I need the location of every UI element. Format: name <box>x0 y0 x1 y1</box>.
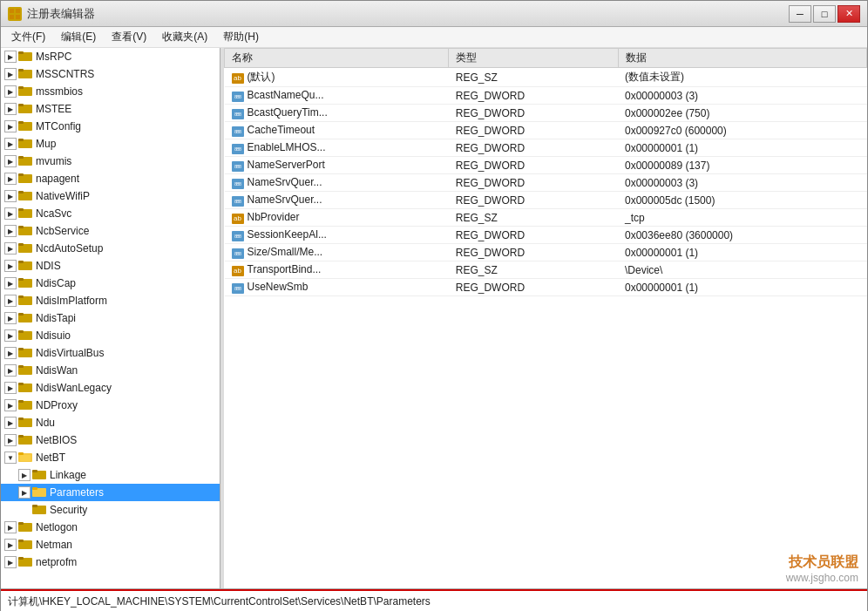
table-row[interactable]: 888CacheTimeoutREG_DWORD0x000927c0 (6000… <box>225 122 867 139</box>
table-row[interactable]: 888NameServerPortREG_DWORD0x00000089 (13… <box>225 157 867 174</box>
tree-item[interactable]: ▶ MSTEE <box>1 100 220 118</box>
tree-item[interactable]: ▶ NdisTapi <box>1 309 220 327</box>
expand-icon[interactable]: ▶ <box>4 521 17 533</box>
tree-item[interactable]: ▶ napagent <box>1 170 220 187</box>
registry-values[interactable]: 名称 类型 数据 ab(默认)REG_SZ(数值未设置)888BcastName… <box>224 48 867 588</box>
reg-dword-icon: 888 <box>232 126 244 137</box>
expand-icon[interactable]: ▶ <box>4 329 17 342</box>
tree-item-label: NdisImPlatform <box>36 295 107 307</box>
expand-icon[interactable]: ▶ <box>4 68 17 80</box>
menu-item[interactable]: 帮助(H) <box>216 28 266 46</box>
tree-item[interactable]: ▶ NdisCap <box>1 275 220 292</box>
value-name: 888CacheTimeout <box>225 122 449 139</box>
folder-icon <box>18 398 32 413</box>
expand-icon[interactable]: ▶ <box>4 312 17 324</box>
table-row[interactable]: 888NameSrvQuer...REG_DWORD0x00000003 (3) <box>225 174 867 192</box>
folder-icon <box>18 311 32 326</box>
expand-icon[interactable]: ▶ <box>4 173 17 185</box>
tree-item[interactable]: ▶ mssmbios <box>1 83 220 100</box>
tree-item[interactable]: ▶ MsRPC <box>1 48 220 65</box>
tree-item[interactable]: ▶ NDProxy <box>1 397 220 414</box>
expand-icon[interactable]: ▶ <box>4 138 17 150</box>
tree-item[interactable]: ▶ Netman <box>1 536 220 553</box>
minimize-button[interactable]: ─ <box>789 5 811 23</box>
tree-item[interactable]: ▶ NdisWanLegacy <box>1 379 220 397</box>
table-row[interactable]: abTransportBind...REG_SZ\Device\ <box>225 261 867 279</box>
expand-icon[interactable]: ▶ <box>4 382 17 394</box>
tree-item[interactable]: ▶ NcbService <box>1 222 220 240</box>
tree-item-label: Security <box>50 504 87 516</box>
tree-item[interactable]: ▶ Parameters <box>1 484 220 501</box>
expand-icon[interactable]: ▶ <box>4 190 17 202</box>
expand-icon[interactable]: ▶ <box>4 417 17 429</box>
expand-icon[interactable]: ▶ <box>4 207 17 220</box>
expand-icon[interactable]: ▶ <box>18 469 31 481</box>
menu-item[interactable]: 文件(F) <box>4 28 52 46</box>
tree-item[interactable]: ▶ NcaSvc <box>1 205 220 222</box>
table-row[interactable]: 888Size/Small/Me...REG_DWORD0x00000001 (… <box>225 244 867 261</box>
tree-item[interactable]: ▶ NDIS <box>1 257 220 275</box>
expand-icon[interactable]: ▶ <box>4 51 17 63</box>
expand-icon[interactable]: ▶ <box>4 347 17 359</box>
maximize-button[interactable]: □ <box>813 5 836 23</box>
values-table: 名称 类型 数据 ab(默认)REG_SZ(数值未设置)888BcastName… <box>224 48 867 296</box>
tree-item[interactable]: ▶ MSSCNTRS <box>1 65 220 83</box>
window-controls: ─ □ ✕ <box>789 5 860 23</box>
value-type: REG_DWORD <box>449 87 618 105</box>
tree-item[interactable]: ▶ Netlogon <box>1 519 220 536</box>
expand-icon[interactable]: ▶ <box>4 556 17 568</box>
svg-rect-3 <box>16 15 20 19</box>
expand-icon[interactable]: ▶ <box>4 103 17 115</box>
expand-icon[interactable]: ▶ <box>4 260 17 272</box>
menu-item[interactable]: 收藏夹(A) <box>155 28 214 46</box>
table-row[interactable]: 888EnableLMHOS...REG_DWORD0x00000001 (1) <box>225 139 867 157</box>
expand-icon[interactable]: ▶ <box>4 155 17 167</box>
tree-item[interactable]: ▼ NetBT <box>1 449 220 466</box>
tree-item[interactable]: ▶ Ndu <box>1 414 220 431</box>
close-button[interactable]: ✕ <box>837 5 860 23</box>
table-row[interactable]: 888UseNewSmbREG_DWORD0x00000001 (1) <box>225 279 867 296</box>
collapse-icon[interactable]: ▼ <box>4 451 17 464</box>
folder-icon <box>32 503 46 518</box>
table-row[interactable]: abNbProviderREG_SZ_tcp <box>225 209 867 227</box>
table-row[interactable]: 888BcastNameQu...REG_DWORD0x00000003 (3) <box>225 87 867 105</box>
menu-item[interactable]: 查看(V) <box>105 28 153 46</box>
tree-item[interactable]: Security <box>1 501 220 519</box>
svg-rect-65 <box>18 557 24 560</box>
expand-icon[interactable]: ▶ <box>4 364 17 377</box>
expand-icon[interactable]: ▶ <box>4 242 17 255</box>
table-row[interactable]: ab(默认)REG_SZ(数值未设置) <box>225 68 867 87</box>
menu-item[interactable]: 编辑(E) <box>54 28 103 46</box>
table-row[interactable]: 888NameSrvQuer...REG_DWORD0x000005dc (15… <box>225 192 867 209</box>
svg-rect-13 <box>18 121 24 124</box>
tree-item[interactable]: ▶ MTConfig <box>1 118 220 135</box>
value-type: REG_DWORD <box>449 174 618 192</box>
svg-rect-2 <box>10 15 14 19</box>
tree-item[interactable]: ▶ NdisImPlatform <box>1 292 220 309</box>
tree-item[interactable]: ▶ Mup <box>1 135 220 153</box>
expand-icon[interactable]: ▶ <box>4 399 17 411</box>
registry-tree[interactable]: ▶ MsRPC▶ MSSCNTRS▶ mssmbios▶ MSTEE▶ MTCo… <box>1 48 220 588</box>
expand-icon[interactable]: ▶ <box>4 295 17 307</box>
tree-item[interactable]: ▶ netprofm <box>1 553 220 571</box>
tree-item[interactable]: ▶ Linkage <box>1 466 220 484</box>
tree-item[interactable]: ▶ NdisWan <box>1 362 220 379</box>
tree-item[interactable]: ▶ Ndisuio <box>1 327 220 344</box>
tree-item[interactable]: ▶ NetBIOS <box>1 431 220 449</box>
expand-icon[interactable]: ▶ <box>4 277 17 289</box>
expand-icon[interactable]: ▶ <box>4 434 17 446</box>
table-row[interactable]: 888BcastQueryTim...REG_DWORD0x000002ee (… <box>225 105 867 122</box>
expand-icon[interactable]: ▶ <box>4 85 17 98</box>
tree-item[interactable]: ▶ mvumis <box>1 153 220 170</box>
folder-icon <box>18 172 32 187</box>
tree-item[interactable]: ▶ NdisVirtualBus <box>1 344 220 362</box>
expand-icon[interactable]: ▶ <box>18 486 31 499</box>
table-row[interactable]: 888SessionKeepAl...REG_DWORD0x0036ee80 (… <box>225 227 867 244</box>
tree-item[interactable]: ▶ NcdAutoSetup <box>1 240 220 257</box>
tree-item-label: Parameters <box>50 486 104 499</box>
expand-icon[interactable]: ▶ <box>4 539 17 551</box>
expand-icon[interactable]: ▶ <box>4 225 17 237</box>
svg-rect-25 <box>18 226 24 228</box>
expand-icon[interactable]: ▶ <box>4 120 17 132</box>
tree-item[interactable]: ▶ NativeWifiP <box>1 187 220 205</box>
